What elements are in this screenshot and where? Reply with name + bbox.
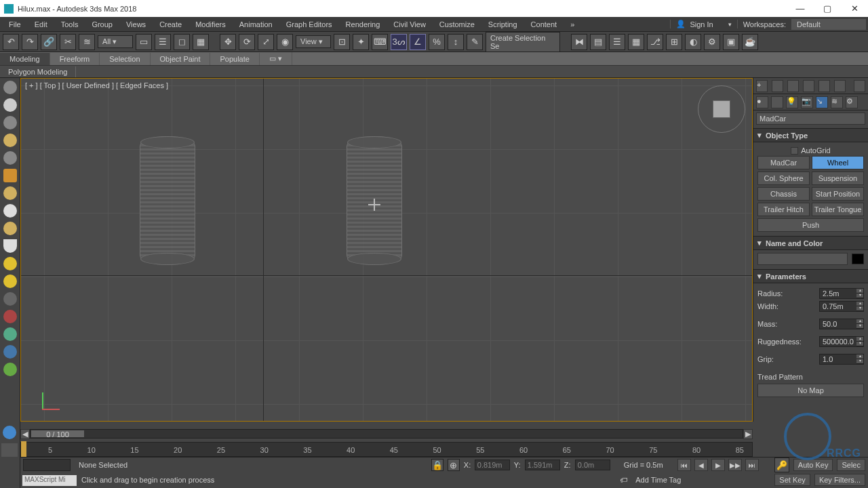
radius-value[interactable]: 2.5m	[820, 289, 856, 298]
rugg-spinner[interactable]: ▴▾	[856, 337, 863, 346]
btn-push[interactable]: Push	[757, 218, 864, 232]
x-coord[interactable]: 0.819m	[475, 460, 510, 470]
wheel-mesh-1[interactable]	[140, 136, 195, 265]
grass-icon[interactable]	[3, 363, 17, 376]
rollout-parameters[interactable]: ▾ Parameters	[753, 269, 868, 283]
mass-value[interactable]: 50.0	[820, 319, 856, 329]
slider-thumb[interactable]: 0 / 100	[31, 430, 85, 438]
manipulate-button[interactable]: ✦	[353, 34, 369, 50]
maxscript-listener[interactable]: MAXScript Mi	[22, 475, 77, 486]
noise-icon[interactable]	[3, 292, 17, 306]
ribbon-tab-populate[interactable]: Populate	[210, 53, 259, 65]
rollout-object-type[interactable]: ▾ Object Type	[753, 128, 868, 142]
panel-hierarchy-icon[interactable]	[787, 80, 799, 92]
render-setup-button[interactable]: ⚙	[704, 34, 720, 50]
rollout-name-color[interactable]: ▾ Name and Color	[753, 236, 868, 250]
category-dropdown[interactable]: MadCar	[756, 113, 865, 125]
ribbon-tab-freeform[interactable]: Freeform	[50, 53, 100, 65]
render-frame-button[interactable]: ▣	[723, 34, 739, 50]
rect-select-button[interactable]: ◻	[174, 34, 190, 50]
keyboard-shortcut-button[interactable]: ⌨	[372, 34, 388, 50]
btn-suspension[interactable]: Suspension	[812, 171, 864, 185]
next-frame-button[interactable]: ▶▶	[728, 459, 742, 471]
sun2-icon[interactable]	[3, 274, 17, 288]
radius-spinner[interactable]: ▴▾	[856, 289, 863, 298]
ribbon-tab-objectpaint[interactable]: Object Paint	[151, 53, 211, 65]
menu-more[interactable]: »	[564, 18, 581, 30]
menu-edit[interactable]: Edit	[28, 18, 54, 30]
btn-nomap[interactable]: No Map	[757, 384, 864, 397]
box-icon[interactable]	[3, 169, 17, 182]
swirl-icon[interactable]	[3, 345, 17, 359]
menu-tools[interactable]: Tools	[54, 18, 85, 30]
dome-icon[interactable]	[3, 186, 17, 200]
menu-rendering[interactable]: Rendering	[339, 18, 387, 30]
sphere-icon[interactable]	[3, 116, 17, 129]
cat-systems-icon[interactable]: ⚙	[846, 96, 858, 108]
select-button[interactable]: ▭	[136, 34, 152, 50]
render-button[interactable]: ☕	[742, 34, 758, 50]
goto-end-button[interactable]: ⏭	[745, 459, 759, 471]
crown-icon[interactable]	[3, 222, 17, 235]
cat-geometry-icon[interactable]: ●	[756, 96, 768, 108]
z-coord[interactable]: 0.0m	[575, 460, 610, 470]
layer-explorer-button[interactable]: ☰	[609, 34, 625, 50]
signin-dropdown[interactable]: 👤 Sign In ▾	[670, 20, 737, 28]
schematic-view-button[interactable]: ⊞	[666, 34, 682, 50]
grip-value[interactable]: 1.0	[820, 354, 856, 364]
btn-startposition[interactable]: Start Position	[812, 187, 864, 201]
scale-button[interactable]: ⤢	[258, 34, 274, 50]
cat-helpers-icon[interactable]: ↘	[816, 96, 828, 108]
grip-spinner[interactable]: ▴▾	[856, 354, 863, 364]
gradient-icon[interactable]	[3, 327, 17, 341]
maximize-button[interactable]: ▢	[814, 0, 841, 17]
object-color-swatch[interactable]	[852, 253, 864, 264]
menu-customize[interactable]: Customize	[433, 18, 481, 30]
sun-icon[interactable]	[3, 257, 17, 270]
menu-modifiers[interactable]: Modifiers	[189, 18, 233, 30]
time-tag-icon[interactable]: 🏷	[620, 476, 627, 484]
unlink-button[interactable]: ✂	[60, 34, 76, 50]
menu-group[interactable]: Group	[85, 18, 119, 30]
cat-cameras-icon[interactable]: 📷	[801, 96, 813, 108]
ribbon-polygon-modeling[interactable]: Polygon Modeling	[0, 66, 76, 77]
menu-animation[interactable]: Animation	[233, 18, 279, 30]
track-toggle-icon[interactable]	[1, 443, 18, 457]
prev-frame-button[interactable]: ◀	[694, 459, 708, 471]
mirror-button[interactable]: ⧓	[571, 34, 587, 50]
btn-wheel[interactable]: Wheel	[812, 156, 864, 169]
btn-chassis[interactable]: Chassis	[757, 187, 810, 201]
toggle-layer-button[interactable]: ▦	[628, 34, 644, 50]
menu-create[interactable]: Create	[153, 18, 189, 30]
viewport-top[interactable]: [ + ] [ Top ] [ User Defined ] [ Edged F…	[20, 78, 753, 422]
lock-selection-icon[interactable]: 🔒	[431, 459, 443, 471]
cat-lights-icon[interactable]: 💡	[786, 96, 798, 108]
bind-space-warp-button[interactable]: ≋	[79, 34, 95, 50]
panel-display-icon[interactable]	[818, 80, 830, 92]
timeline[interactable]: 510152025303540455055606570758085	[20, 442, 753, 457]
selected-button[interactable]: Selec	[837, 459, 865, 471]
panel-motion-icon[interactable]	[803, 80, 814, 92]
teapot-icon[interactable]	[3, 81, 17, 94]
curve-editor-button[interactable]: ⎇	[647, 34, 663, 50]
undo-button[interactable]: ↶	[3, 34, 19, 50]
grid-icon[interactable]	[3, 151, 17, 165]
ribbon-tab-expand[interactable]: ▭ ▾	[260, 52, 292, 65]
btn-madcar[interactable]: MadCar	[757, 156, 810, 169]
menu-civilview[interactable]: Civil View	[387, 18, 432, 30]
ribbon-tab-modeling[interactable]: Modeling	[0, 53, 50, 65]
rugg-value[interactable]: 500000.0	[820, 337, 856, 346]
slider-prev[interactable]: ◀	[20, 429, 30, 439]
window-crossing-button[interactable]: ▦	[193, 34, 209, 50]
ref-coord-dropdown[interactable]: View ▾	[296, 35, 331, 48]
select-name-button[interactable]: ☰	[155, 34, 171, 50]
btn-trailerhitch[interactable]: Trailer Hitch	[757, 203, 810, 216]
placement-button[interactable]: ◉	[277, 34, 293, 50]
menu-content[interactable]: Content	[524, 18, 564, 30]
align-button[interactable]: ▤	[590, 34, 606, 50]
marble-icon[interactable]	[3, 310, 17, 323]
width-spinner[interactable]: ▴▾	[856, 302, 863, 311]
panel-utilities-icon[interactable]	[834, 80, 846, 92]
cat-spacewarps-icon[interactable]: ≋	[831, 96, 843, 108]
angle-snap-button[interactable]: ∠	[410, 34, 426, 50]
